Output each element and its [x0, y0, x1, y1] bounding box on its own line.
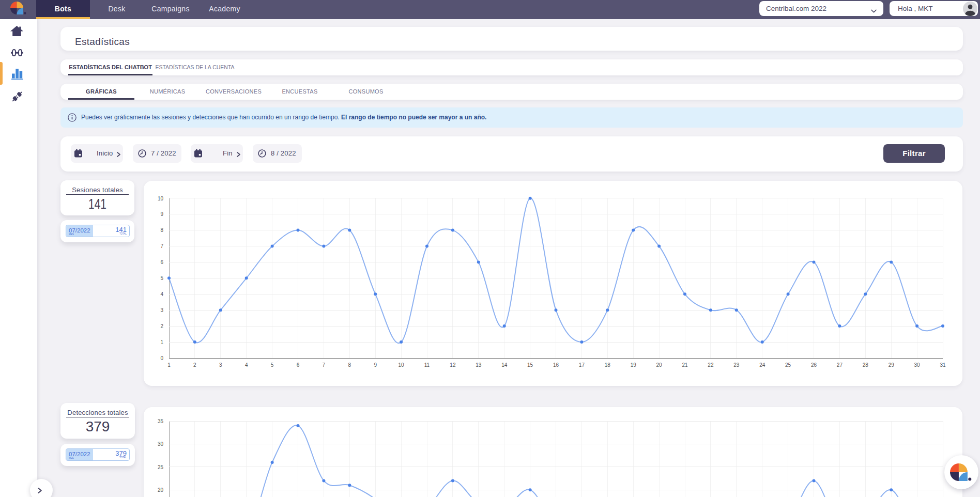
svg-text:15: 15: [527, 362, 533, 368]
svg-text:30: 30: [914, 362, 921, 368]
svg-text:7: 7: [323, 362, 326, 368]
svg-text:12: 12: [450, 362, 456, 368]
svg-text:27: 27: [837, 362, 843, 368]
svg-text:13: 13: [476, 362, 482, 368]
svg-text:10: 10: [399, 362, 405, 368]
svg-text:6: 6: [297, 362, 300, 368]
svg-text:14: 14: [501, 362, 508, 368]
svg-text:29: 29: [889, 362, 895, 368]
svg-text:2: 2: [193, 362, 196, 368]
svg-text:20: 20: [158, 487, 164, 493]
svg-text:0: 0: [160, 355, 163, 361]
svg-text:2: 2: [160, 323, 163, 329]
svg-text:23: 23: [733, 362, 740, 368]
svg-text:30: 30: [158, 441, 164, 447]
svg-text:16: 16: [553, 362, 559, 368]
svg-text:8: 8: [160, 227, 163, 233]
svg-text:5: 5: [160, 275, 163, 281]
svg-text:10: 10: [158, 196, 164, 201]
svg-text:18: 18: [605, 362, 611, 368]
svg-text:6: 6: [160, 259, 163, 265]
svg-text:22: 22: [708, 362, 714, 368]
svg-text:4: 4: [160, 291, 163, 297]
svg-text:5: 5: [271, 362, 274, 368]
svg-text:25: 25: [158, 464, 164, 470]
svg-text:26: 26: [811, 362, 817, 368]
svg-text:7: 7: [160, 243, 163, 249]
svg-text:9: 9: [374, 362, 377, 368]
svg-text:21: 21: [682, 362, 688, 368]
svg-text:9: 9: [160, 211, 163, 217]
svg-text:25: 25: [785, 362, 791, 368]
svg-text:8: 8: [348, 362, 351, 368]
svg-text:20: 20: [656, 362, 663, 368]
svg-text:11: 11: [424, 362, 430, 368]
svg-text:24: 24: [759, 362, 765, 368]
svg-text:1: 1: [160, 339, 163, 345]
svg-text:4: 4: [245, 362, 248, 368]
svg-text:17: 17: [579, 362, 585, 368]
svg-text:1: 1: [167, 362, 171, 368]
svg-text:28: 28: [863, 362, 869, 368]
svg-text:3: 3: [160, 307, 163, 313]
svg-text:31: 31: [940, 362, 946, 368]
svg-text:35: 35: [158, 418, 164, 424]
svg-text:3: 3: [219, 362, 222, 368]
svg-text:19: 19: [631, 362, 637, 368]
